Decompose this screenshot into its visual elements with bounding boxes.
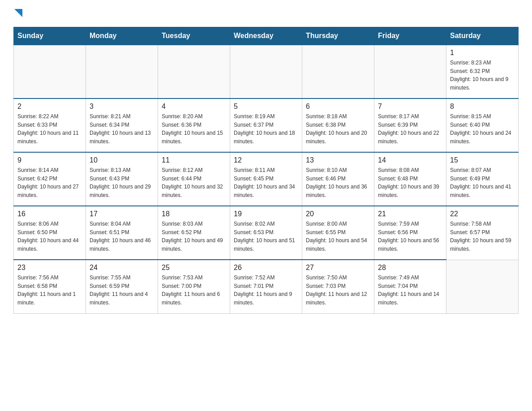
day-info: Sunrise: 8:13 AMSunset: 6:43 PMDaylight:…: [90, 166, 154, 199]
day-number: 11: [162, 156, 226, 164]
svg-marker-0: [14, 9, 22, 17]
calendar-day-cell: 8Sunrise: 8:15 AMSunset: 6:40 PMDaylight…: [446, 98, 519, 152]
calendar-day-cell: 24Sunrise: 7:55 AMSunset: 6:59 PMDayligh…: [86, 260, 158, 313]
calendar-day-cell: 12Sunrise: 8:11 AMSunset: 6:45 PMDayligh…: [230, 152, 302, 206]
calendar-day-cell: 13Sunrise: 8:10 AMSunset: 6:46 PMDayligh…: [302, 152, 374, 206]
day-info: Sunrise: 8:00 AMSunset: 6:55 PMDaylight:…: [306, 220, 370, 253]
day-number: 14: [378, 156, 442, 164]
day-info: Sunrise: 8:22 AMSunset: 6:33 PMDaylight:…: [17, 112, 82, 146]
day-info: Sunrise: 8:08 AMSunset: 6:48 PMDaylight:…: [378, 166, 442, 199]
day-number: 26: [234, 264, 298, 272]
day-number: 24: [90, 264, 154, 272]
day-info: Sunrise: 7:53 AMSunset: 7:00 PMDaylight:…: [162, 274, 226, 307]
day-info: Sunrise: 7:55 AMSunset: 6:59 PMDaylight:…: [90, 274, 154, 307]
weekday-header-friday: Friday: [374, 27, 446, 45]
page-header: [13, 9, 519, 18]
day-info: Sunrise: 8:04 AMSunset: 6:51 PMDaylight:…: [90, 220, 154, 253]
day-info: Sunrise: 7:59 AMSunset: 6:56 PMDaylight:…: [378, 220, 442, 253]
day-info: Sunrise: 8:23 AMSunset: 6:32 PMDaylight:…: [450, 59, 515, 92]
day-info: Sunrise: 8:20 AMSunset: 6:36 PMDaylight:…: [162, 112, 226, 146]
calendar-day-cell: 27Sunrise: 7:50 AMSunset: 7:03 PMDayligh…: [302, 260, 374, 313]
calendar-day-cell: 28Sunrise: 7:49 AMSunset: 7:04 PMDayligh…: [374, 260, 446, 313]
logo-arrow-icon: [14, 9, 22, 19]
day-number: 17: [90, 210, 154, 218]
day-number: 1: [450, 49, 515, 57]
day-info: Sunrise: 8:14 AMSunset: 6:42 PMDaylight:…: [17, 166, 82, 199]
calendar-week-row: 1Sunrise: 8:23 AMSunset: 6:32 PMDaylight…: [14, 45, 519, 98]
day-info: Sunrise: 8:19 AMSunset: 6:37 PMDaylight:…: [234, 112, 298, 146]
day-number: 12: [234, 156, 298, 164]
calendar-day-cell: 1Sunrise: 8:23 AMSunset: 6:32 PMDaylight…: [446, 45, 519, 98]
weekday-header-sunday: Sunday: [14, 27, 86, 45]
day-info: Sunrise: 8:18 AMSunset: 6:38 PMDaylight:…: [306, 112, 370, 146]
calendar-body: 1Sunrise: 8:23 AMSunset: 6:32 PMDaylight…: [14, 45, 519, 313]
day-info: Sunrise: 8:11 AMSunset: 6:45 PMDaylight:…: [234, 166, 298, 199]
day-number: 20: [306, 210, 370, 218]
day-info: Sunrise: 7:58 AMSunset: 6:57 PMDaylight:…: [450, 220, 515, 253]
calendar-header: SundayMondayTuesdayWednesdayThursdayFrid…: [14, 27, 519, 45]
weekday-header-monday: Monday: [86, 27, 158, 45]
weekday-header-saturday: Saturday: [446, 27, 519, 45]
calendar-table: SundayMondayTuesdayWednesdayThursdayFrid…: [13, 27, 519, 314]
calendar-day-cell: 16Sunrise: 8:06 AMSunset: 6:50 PMDayligh…: [14, 206, 86, 260]
calendar-week-row: 9Sunrise: 8:14 AMSunset: 6:42 PMDaylight…: [14, 152, 519, 206]
day-number: 18: [162, 210, 226, 218]
day-number: 27: [306, 264, 370, 272]
day-number: 15: [450, 156, 515, 164]
calendar-day-cell: 14Sunrise: 8:08 AMSunset: 6:48 PMDayligh…: [374, 152, 446, 206]
day-number: 10: [90, 156, 154, 164]
day-number: 8: [450, 103, 515, 111]
weekday-header-thursday: Thursday: [302, 27, 374, 45]
day-info: Sunrise: 8:07 AMSunset: 6:49 PMDaylight:…: [450, 166, 515, 199]
calendar-week-row: 2Sunrise: 8:22 AMSunset: 6:33 PMDaylight…: [14, 98, 519, 152]
day-info: Sunrise: 8:10 AMSunset: 6:46 PMDaylight:…: [306, 166, 370, 199]
day-number: 16: [17, 210, 82, 218]
calendar-day-cell: [14, 45, 86, 98]
day-number: 5: [234, 103, 298, 111]
calendar-day-cell: 18Sunrise: 8:03 AMSunset: 6:52 PMDayligh…: [158, 206, 230, 260]
day-number: 28: [378, 264, 442, 272]
calendar-day-cell: 7Sunrise: 8:17 AMSunset: 6:39 PMDaylight…: [374, 98, 446, 152]
calendar-day-cell: 25Sunrise: 7:53 AMSunset: 7:00 PMDayligh…: [158, 260, 230, 313]
calendar-day-cell: 17Sunrise: 8:04 AMSunset: 6:51 PMDayligh…: [86, 206, 158, 260]
logo-line1: [13, 9, 22, 21]
calendar-day-cell: [302, 45, 374, 98]
calendar-day-cell: 26Sunrise: 7:52 AMSunset: 7:01 PMDayligh…: [230, 260, 302, 313]
logo: [13, 9, 22, 18]
calendar-day-cell: 6Sunrise: 8:18 AMSunset: 6:38 PMDaylight…: [302, 98, 374, 152]
calendar-day-cell: 11Sunrise: 8:12 AMSunset: 6:44 PMDayligh…: [158, 152, 230, 206]
day-info: Sunrise: 8:21 AMSunset: 6:34 PMDaylight:…: [90, 112, 154, 146]
day-number: 23: [17, 264, 82, 272]
calendar-day-cell: 15Sunrise: 8:07 AMSunset: 6:49 PMDayligh…: [446, 152, 519, 206]
day-number: 3: [90, 103, 154, 111]
day-info: Sunrise: 7:49 AMSunset: 7:04 PMDaylight:…: [378, 274, 442, 307]
day-info: Sunrise: 8:15 AMSunset: 6:40 PMDaylight:…: [450, 112, 515, 146]
day-number: 13: [306, 156, 370, 164]
weekday-header-wednesday: Wednesday: [230, 27, 302, 45]
calendar-day-cell: 5Sunrise: 8:19 AMSunset: 6:37 PMDaylight…: [230, 98, 302, 152]
day-number: 9: [17, 156, 82, 164]
day-number: 4: [162, 103, 226, 111]
day-info: Sunrise: 8:06 AMSunset: 6:50 PMDaylight:…: [17, 220, 82, 253]
day-number: 21: [378, 210, 442, 218]
calendar-day-cell: 3Sunrise: 8:21 AMSunset: 6:34 PMDaylight…: [86, 98, 158, 152]
calendar-day-cell: 19Sunrise: 8:02 AMSunset: 6:53 PMDayligh…: [230, 206, 302, 260]
calendar-week-row: 16Sunrise: 8:06 AMSunset: 6:50 PMDayligh…: [14, 206, 519, 260]
calendar-day-cell: 10Sunrise: 8:13 AMSunset: 6:43 PMDayligh…: [86, 152, 158, 206]
day-info: Sunrise: 8:02 AMSunset: 6:53 PMDaylight:…: [234, 220, 298, 253]
day-number: 7: [378, 103, 442, 111]
calendar-day-cell: [374, 45, 446, 98]
day-info: Sunrise: 7:56 AMSunset: 6:58 PMDaylight:…: [17, 274, 82, 307]
calendar-day-cell: [86, 45, 158, 98]
day-info: Sunrise: 7:52 AMSunset: 7:01 PMDaylight:…: [234, 274, 298, 307]
calendar-day-cell: 23Sunrise: 7:56 AMSunset: 6:58 PMDayligh…: [14, 260, 86, 313]
calendar-day-cell: 9Sunrise: 8:14 AMSunset: 6:42 PMDaylight…: [14, 152, 86, 206]
weekday-header-tuesday: Tuesday: [158, 27, 230, 45]
weekday-header-row: SundayMondayTuesdayWednesdayThursdayFrid…: [14, 27, 519, 45]
day-info: Sunrise: 7:50 AMSunset: 7:03 PMDaylight:…: [306, 274, 370, 307]
calendar-week-row: 23Sunrise: 7:56 AMSunset: 6:58 PMDayligh…: [14, 260, 519, 313]
day-number: 22: [450, 210, 515, 218]
calendar-day-cell: [158, 45, 230, 98]
calendar-day-cell: 21Sunrise: 7:59 AMSunset: 6:56 PMDayligh…: [374, 206, 446, 260]
day-number: 25: [162, 264, 226, 272]
